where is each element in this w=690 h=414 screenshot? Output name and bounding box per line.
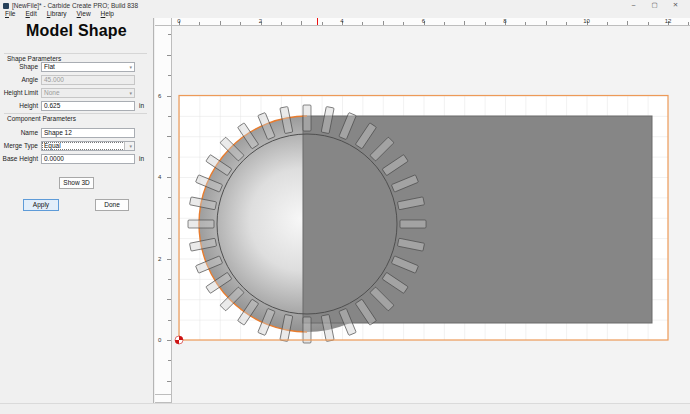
base-height-input[interactable]: 0.0000 <box>41 154 135 164</box>
tooth-rect <box>303 317 311 343</box>
ruler-tick <box>220 21 221 25</box>
apply-button[interactable]: Apply <box>23 199 59 211</box>
chevron-down-icon: ▾ <box>129 63 132 72</box>
angle-field: 45.000 <box>41 75 135 85</box>
ruler-tick <box>168 320 171 321</box>
close-button[interactable]: ✕ <box>665 0 686 10</box>
chevron-down-icon: ▾ <box>129 89 132 98</box>
ruler-tick <box>627 21 628 25</box>
model-shape-panel: Model Shape Shape Parameters Shape Flat … <box>0 18 154 403</box>
done-button[interactable]: Done <box>95 199 129 211</box>
base-height-label: Base Height <box>0 154 38 163</box>
ruler-label: 0 <box>158 337 161 343</box>
model-rectangle <box>303 116 652 323</box>
ruler-tick <box>607 22 608 25</box>
name-label: Name <box>0 128 38 137</box>
ruler-tick <box>168 238 171 239</box>
ruler-tick <box>167 96 171 97</box>
base-height-value: 0.0000 <box>44 155 64 162</box>
ruler-tick <box>168 360 171 361</box>
component-parameters-label: Component Parameters <box>7 115 76 122</box>
shape-parameters-label: Shape Parameters <box>7 55 61 62</box>
page-title: Model Shape <box>0 22 153 40</box>
height-unit: in <box>139 101 144 110</box>
ruler-tick <box>566 22 567 25</box>
tooth-rect <box>303 105 311 131</box>
ruler-tick <box>167 136 171 137</box>
ruler-tick <box>167 177 171 178</box>
tooth-rect <box>400 220 426 228</box>
combo-arrow-button[interactable]: ▾ <box>124 142 134 150</box>
ruler-label: 12 <box>665 18 672 24</box>
ruler-label: 8 <box>503 18 506 24</box>
ruler-tick <box>485 22 486 25</box>
window-title: [NewFile]* - Carbide Create PRO; Build 8… <box>12 2 138 9</box>
ruler-tick <box>525 22 526 25</box>
menu-file[interactable]: File <box>0 10 21 18</box>
height-limit-value: None <box>44 89 60 96</box>
ruler-tick <box>301 21 302 25</box>
menu-library[interactable]: Library <box>42 10 72 18</box>
ruler-tick <box>167 55 171 56</box>
ruler-tick <box>688 22 689 25</box>
height-limit-label: Height Limit <box>0 88 38 97</box>
app-icon <box>3 3 9 9</box>
ruler-tick <box>281 22 282 25</box>
ruler-tick <box>168 157 171 158</box>
height-input[interactable]: 0.625 <box>41 101 135 111</box>
ruler-tick <box>648 22 649 25</box>
merge-type-label: Merge Type <box>0 141 38 150</box>
name-value: Shape 12 <box>44 129 72 136</box>
tooth-rect <box>188 220 214 228</box>
origin-marker <box>175 336 183 344</box>
height-limit-select: None ▾ <box>41 88 135 98</box>
menu-help[interactable]: Help <box>96 10 119 18</box>
ruler-tick <box>167 259 171 260</box>
name-input[interactable]: Shape 12 <box>41 128 135 138</box>
ruler-left: 0246 <box>155 26 172 394</box>
chevron-down-icon: ▾ <box>129 142 132 151</box>
merge-type-select[interactable]: Equal ▾ <box>41 141 135 151</box>
shape-label: Shape <box>0 62 38 71</box>
height-label: Height <box>0 101 38 110</box>
ruler-tick <box>167 218 171 219</box>
ruler-label: 0 <box>177 18 180 24</box>
angle-label: Angle <box>0 75 38 84</box>
ruler-tick <box>383 21 384 25</box>
ruler-corner-bottom <box>155 394 172 403</box>
ruler-corner <box>155 18 172 26</box>
menu-bar: File Edit Library View Help <box>0 10 690 18</box>
maximize-button[interactable]: ▢ <box>644 0 665 10</box>
ruler-label: 10 <box>583 18 590 24</box>
ruler-tick <box>362 22 363 25</box>
show-3d-button[interactable]: Show 3D <box>59 177 94 189</box>
menu-view[interactable]: View <box>72 10 96 18</box>
focus-outline <box>43 143 124 149</box>
ruler-tick <box>546 21 547 25</box>
ruler-cursor-indicator <box>317 18 318 25</box>
ruler-tick <box>403 22 404 25</box>
ruler-label: 4 <box>340 18 343 24</box>
app-window: [NewFile]* - Carbide Create PRO; Build 8… <box>0 0 690 414</box>
ruler-label: 2 <box>158 256 161 262</box>
angle-value: 45.000 <box>44 76 64 83</box>
ruler-tick <box>168 116 171 117</box>
base-height-unit: in <box>139 154 144 163</box>
ruler-tick <box>444 22 445 25</box>
section-divider <box>4 113 147 114</box>
ruler-label: 4 <box>158 174 161 180</box>
title-bar: [NewFile]* - Carbide Create PRO; Build 8… <box>0 0 690 10</box>
ruler-tick <box>322 22 323 25</box>
design-workspace: 024681012 0246 <box>155 18 690 403</box>
ruler-tick <box>168 279 171 280</box>
design-canvas[interactable] <box>172 26 690 403</box>
menu-edit[interactable]: Edit <box>21 10 42 18</box>
ruler-tick <box>168 34 171 35</box>
ruler-tick <box>240 22 241 25</box>
ruler-tick <box>168 197 171 198</box>
height-value: 0.625 <box>44 102 60 109</box>
minimize-button[interactable]: – <box>623 0 644 10</box>
shape-select-value: Flat <box>44 63 55 70</box>
ruler-tick <box>464 21 465 25</box>
shape-select[interactable]: Flat ▾ <box>41 62 135 72</box>
